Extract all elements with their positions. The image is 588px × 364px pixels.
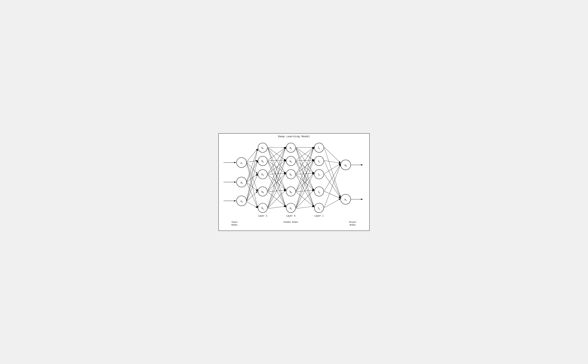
- svg-line-37: [268, 173, 286, 191]
- svg-line-76: [324, 164, 341, 191]
- svg-line-25: [268, 147, 286, 160]
- input-nodes-label-line1: Input: [231, 221, 238, 223]
- svg-line-19: [247, 202, 258, 208]
- svg-line-20: [268, 147, 286, 148]
- svg-line-44: [268, 206, 286, 208]
- output-nodes-label-line2: Nodes: [350, 224, 356, 226]
- svg-line-27: [268, 161, 286, 173]
- svg-line-15: [247, 149, 258, 200]
- layerk-label: Layer k: [286, 214, 295, 217]
- svg-line-65: [296, 146, 314, 207]
- svg-line-11: [247, 160, 258, 182]
- svg-line-78: [324, 164, 341, 207]
- svg-line-10: [247, 149, 258, 181]
- svg-line-8: [247, 163, 258, 191]
- svg-line-50: [296, 147, 314, 160]
- svg-line-31: [268, 160, 286, 174]
- svg-line-32: [268, 173, 286, 174]
- svg-line-64: [296, 192, 314, 207]
- svg-line-7: [247, 162, 258, 174]
- svg-line-57: [296, 173, 314, 174]
- svg-line-22: [268, 148, 286, 174]
- svg-line-72: [324, 160, 341, 163]
- diagram-container: Deep Learning Model: [218, 133, 370, 231]
- svg-line-56: [296, 160, 314, 174]
- svg-line-52: [296, 161, 314, 173]
- svg-line-79: [324, 199, 341, 208]
- svg-line-9: [247, 163, 258, 208]
- svg-line-16: [247, 160, 258, 200]
- input-nodes-label-line2: Nodes: [231, 224, 238, 226]
- svg-line-6: [247, 160, 258, 162]
- svg-line-14: [247, 182, 258, 208]
- svg-line-39: [268, 192, 286, 207]
- hidden-nodes-label: Hidden Nodes: [284, 221, 298, 223]
- svg-line-5: [247, 149, 258, 162]
- svg-line-35: [268, 147, 286, 191]
- svg-line-46: [296, 148, 314, 160]
- layerl-label: Layer l: [314, 214, 324, 217]
- svg-line-21: [268, 148, 286, 160]
- output-nodes-label-line1: Output: [349, 221, 356, 223]
- svg-line-69: [296, 206, 314, 208]
- layer1-label: Layer 1: [258, 214, 267, 217]
- svg-line-60: [296, 147, 314, 191]
- svg-line-73: [324, 161, 341, 197]
- svg-line-45: [296, 147, 314, 148]
- svg-line-40: [268, 146, 286, 207]
- svg-line-62: [296, 173, 314, 191]
- svg-line-47: [296, 148, 314, 174]
